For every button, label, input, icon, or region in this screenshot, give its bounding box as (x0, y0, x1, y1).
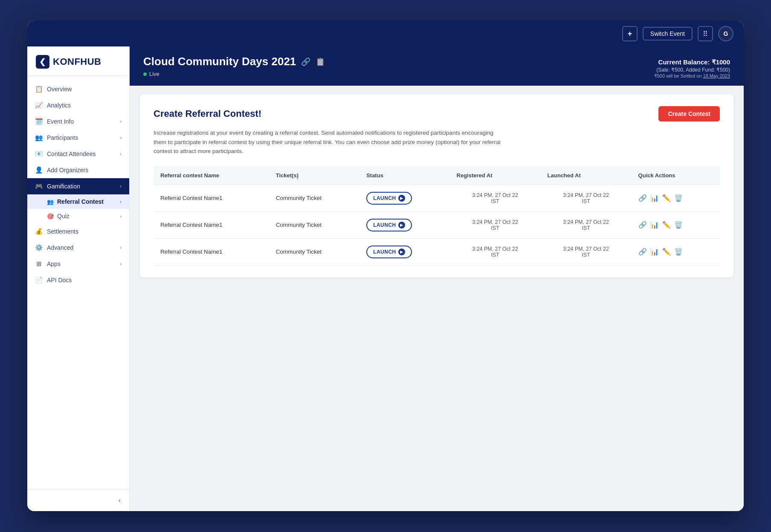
apps-grid-button[interactable]: ⠿ (698, 26, 713, 41)
logo-icon: ❮ (36, 55, 49, 69)
advanced-icon: ⚙️ (35, 244, 43, 252)
settlements-label: Settlements (47, 228, 122, 235)
contest-header: Create Referral Contest! Create Contest (154, 106, 720, 121)
contest-title: Create Referral Contest! (154, 108, 261, 119)
external-link-icon-1[interactable]: 🔗 (638, 221, 647, 229)
referral-contest-card: Create Referral Contest! Create Contest … (140, 94, 733, 278)
organizers-icon: 👤 (35, 166, 43, 174)
sidebar-subitem-referral-contest[interactable]: 👥 Referral Contest › (27, 194, 129, 209)
launch-label-2: LAUNCH (373, 249, 396, 255)
link-icon[interactable]: 🔗 (301, 57, 310, 66)
advanced-label: Advanced (47, 244, 116, 251)
referral-table: Referral contest Name Ticket(s) Status R… (154, 166, 720, 266)
event-title-section: Cloud Community Days 2021 🔗 📋 Live (143, 55, 325, 77)
col-header-ticket: Ticket(s) (269, 166, 359, 185)
participants-chevron: › (120, 135, 122, 141)
referral-contest-chevron: › (120, 199, 122, 204)
analytics-icon: 📈 (35, 101, 43, 109)
col-header-registered: Registered At (450, 166, 541, 185)
quick-actions-1: 🔗 📊 ✏️ 🗑️ (638, 221, 713, 229)
delete-icon-2[interactable]: 🗑️ (674, 248, 683, 256)
edit-icon-0[interactable]: ✏️ (662, 194, 671, 202)
stats-icon-1[interactable]: 📊 (650, 221, 659, 229)
apps-label: Apps (47, 260, 116, 267)
balance-info: Current Balance: ₹1000 (Sale: ₹500, Adde… (654, 58, 730, 79)
cell-status-0: LAUNCH ▶ (359, 185, 449, 211)
referral-contest-label: Referral Contest (57, 198, 116, 205)
add-button[interactable]: + (622, 26, 638, 41)
sidebar-item-gamification[interactable]: 🎮 Gamification › (27, 178, 129, 194)
contact-label: Contact Attendees (47, 150, 116, 157)
delete-icon-0[interactable]: 🗑️ (674, 194, 683, 202)
gamification-chevron: › (120, 183, 122, 189)
logo: ❮ KONFHUB (36, 55, 121, 69)
settle-date-link[interactable]: 18 May 2023 (703, 73, 730, 78)
sidebar-item-event-info[interactable]: 🗓️ Event Info › (27, 113, 129, 130)
sidebar-item-analytics[interactable]: 📈 Analytics (27, 97, 129, 113)
cell-registered-0: 3:24 PM, 27 Oct 22IST (450, 185, 541, 211)
sidebar-item-overview[interactable]: 📋 Overview (27, 81, 129, 97)
cell-name-1: Referral Contest Name1 (154, 211, 269, 238)
overview-label: Overview (47, 86, 122, 93)
grid-icon: ⠿ (703, 30, 708, 38)
collapse-sidebar-button[interactable]: ‹ (115, 495, 124, 506)
organizers-label: Add Organizers (47, 167, 122, 173)
cell-actions-0: 🔗 📊 ✏️ 🗑️ (632, 185, 720, 211)
quiz-chevron: › (120, 214, 122, 219)
launch-label-1: LAUNCH (373, 222, 396, 228)
event-status-text: Live (149, 71, 159, 77)
event-header: Cloud Community Days 2021 🔗 📋 Live Curre… (130, 46, 744, 86)
cell-name-0: Referral Contest Name1 (154, 185, 269, 211)
advanced-chevron: › (120, 245, 122, 251)
sidebar-item-apps[interactable]: ⊞ Apps › (27, 256, 129, 272)
sidebar-item-advanced[interactable]: ⚙️ Advanced › (27, 240, 129, 256)
sidebar-footer: ‹ (27, 489, 129, 511)
create-contest-button[interactable]: Create Contest (658, 106, 720, 121)
sidebar-item-api-docs[interactable]: 📄 API Docs (27, 272, 129, 288)
cell-name-2: Referral Contest Name1 (154, 238, 269, 265)
launch-button-1[interactable]: LAUNCH ▶ (366, 219, 412, 231)
sidebar-subitem-quiz[interactable]: 🎯 Quiz › (27, 209, 129, 223)
sidebar-item-contact-attendees[interactable]: 📧 Contact Attendees › (27, 146, 129, 162)
stats-icon-0[interactable]: 📊 (650, 194, 659, 202)
nav-items: 📋 Overview 📈 Analytics 🗓️ Event Info › 👥 (27, 76, 129, 489)
sidebar-item-participants[interactable]: 👥 Participants › (27, 130, 129, 146)
sidebar-item-settlements[interactable]: 💰 Settlements (27, 223, 129, 240)
table-row: Referral Contest Name1 Community Ticket … (154, 238, 720, 265)
apps-chevron: › (120, 261, 122, 267)
launch-button-2[interactable]: LAUNCH ▶ (366, 246, 412, 258)
edit-icon-2[interactable]: ✏️ (662, 248, 671, 256)
cell-status-2: LAUNCH ▶ (359, 238, 449, 265)
event-title-row: Cloud Community Days 2021 🔗 📋 (143, 55, 325, 68)
launch-label-0: LAUNCH (373, 195, 396, 201)
api-docs-label: API Docs (47, 277, 122, 283)
logo-chevron-icon: ❮ (39, 57, 46, 66)
balance-settle: ₹500 will be Settled on 18 May 2023 (654, 73, 730, 79)
switch-event-button[interactable]: Switch Event (643, 27, 693, 40)
delete-icon-1[interactable]: 🗑️ (674, 221, 683, 229)
logo-text: KONFHUB (53, 56, 101, 67)
play-icon-1: ▶ (398, 222, 405, 228)
settlements-icon: 💰 (35, 228, 43, 235)
event-title: Cloud Community Days 2021 (143, 55, 296, 68)
apps-icon: ⊞ (35, 260, 43, 268)
quick-actions-0: 🔗 📊 ✏️ 🗑️ (638, 194, 713, 202)
copy-icon[interactable]: 📋 (316, 57, 325, 66)
sidebar-item-add-organizers[interactable]: 👤 Add Organizers (27, 162, 129, 178)
external-link-icon-0[interactable]: 🔗 (638, 194, 647, 202)
cell-launched-0: 3:24 PM, 27 Oct 22IST (541, 185, 632, 211)
referral-contest-icon: 👥 (47, 199, 54, 205)
avatar-button[interactable]: G (718, 26, 733, 41)
cell-ticket-0: Community Ticket (269, 185, 359, 211)
stats-icon-2[interactable]: 📊 (650, 248, 659, 256)
balance-main: Current Balance: ₹1000 (654, 58, 730, 66)
status-indicator (143, 72, 147, 76)
launch-button-0[interactable]: LAUNCH ▶ (366, 192, 412, 205)
external-link-icon-2[interactable]: 🔗 (638, 248, 647, 256)
cell-status-1: LAUNCH ▶ (359, 211, 449, 238)
edit-icon-1[interactable]: ✏️ (662, 221, 671, 229)
gamification-icon: 🎮 (35, 182, 43, 190)
page-content: Create Referral Contest! Create Contest … (130, 86, 744, 511)
table-row: Referral Contest Name1 Community Ticket … (154, 211, 720, 238)
col-header-name: Referral contest Name (154, 166, 269, 185)
